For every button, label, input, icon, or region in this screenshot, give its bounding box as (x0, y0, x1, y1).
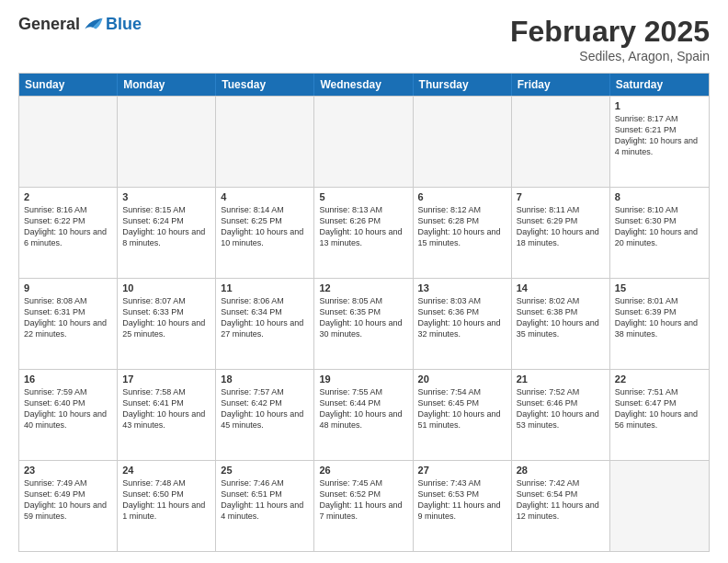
day-number: 18 (221, 373, 309, 385)
cell-info: Sunrise: 7:46 AM Sunset: 6:51 PM Dayligh… (221, 478, 303, 521)
cell-info: Sunrise: 8:05 AM Sunset: 6:35 PM Dayligh… (319, 296, 402, 339)
calendar-week-1: 1Sunrise: 8:17 AM Sunset: 6:21 PM Daylig… (19, 96, 709, 187)
day-number: 9 (24, 282, 112, 293)
cell-info: Sunrise: 8:17 AM Sunset: 6:21 PM Dayligh… (615, 114, 698, 156)
day-number: 24 (122, 465, 210, 476)
day-number: 8 (615, 191, 704, 202)
day-number: 14 (517, 282, 605, 293)
cell-info: Sunrise: 8:14 AM Sunset: 6:25 PM Dayligh… (221, 205, 303, 247)
calendar-cell: 9Sunrise: 8:08 AM Sunset: 6:31 PM Daylig… (19, 279, 118, 369)
calendar-cell (19, 97, 118, 187)
day-number: 3 (122, 191, 210, 202)
calendar-cell: 25Sunrise: 7:46 AM Sunset: 6:51 PM Dayli… (216, 461, 314, 551)
header-saturday: Saturday (610, 74, 709, 96)
calendar-week-3: 9Sunrise: 8:08 AM Sunset: 6:31 PM Daylig… (19, 278, 709, 369)
calendar-cell: 5Sunrise: 8:13 AM Sunset: 6:26 PM Daylig… (314, 188, 413, 278)
calendar-cell: 27Sunrise: 7:43 AM Sunset: 6:53 PM Dayli… (414, 461, 512, 551)
day-number: 22 (615, 373, 704, 385)
day-number: 27 (418, 465, 506, 476)
logo-bird-icon (84, 17, 104, 33)
cell-info: Sunrise: 8:16 AM Sunset: 6:22 PM Dayligh… (24, 205, 107, 247)
calendar-cell: 3Sunrise: 8:15 AM Sunset: 6:24 PM Daylig… (118, 188, 216, 278)
calendar-cell: 14Sunrise: 8:02 AM Sunset: 6:38 PM Dayli… (512, 279, 610, 369)
day-number: 6 (418, 191, 506, 202)
calendar-cell: 28Sunrise: 7:42 AM Sunset: 6:54 PM Dayli… (512, 461, 610, 551)
day-number: 21 (517, 373, 605, 385)
cell-info: Sunrise: 7:52 AM Sunset: 6:46 PM Dayligh… (517, 387, 599, 430)
calendar-cell: 20Sunrise: 7:54 AM Sunset: 6:45 PM Dayli… (414, 370, 512, 460)
day-number: 1 (615, 100, 704, 111)
day-number: 13 (418, 282, 506, 293)
day-number: 5 (319, 191, 407, 202)
cell-info: Sunrise: 7:45 AM Sunset: 6:52 PM Dayligh… (319, 478, 402, 521)
cell-info: Sunrise: 7:59 AM Sunset: 6:40 PM Dayligh… (24, 387, 107, 430)
calendar-cell (118, 97, 216, 187)
cell-info: Sunrise: 7:49 AM Sunset: 6:49 PM Dayligh… (24, 478, 107, 521)
header: General Blue February 2025 Sediles, Arag… (18, 15, 710, 63)
calendar-cell: 2Sunrise: 8:16 AM Sunset: 6:22 PM Daylig… (19, 188, 118, 278)
calendar-body: 1Sunrise: 8:17 AM Sunset: 6:21 PM Daylig… (19, 96, 709, 551)
cell-info: Sunrise: 8:02 AM Sunset: 6:38 PM Dayligh… (517, 296, 599, 339)
logo-text: General Blue (18, 15, 142, 34)
day-number: 7 (517, 191, 605, 202)
logo-blue-text: Blue (106, 15, 142, 34)
header-wednesday: Wednesday (314, 74, 413, 96)
calendar-cell: 7Sunrise: 8:11 AM Sunset: 6:29 PM Daylig… (512, 188, 610, 278)
cell-info: Sunrise: 7:42 AM Sunset: 6:54 PM Dayligh… (517, 478, 599, 521)
calendar-cell: 13Sunrise: 8:03 AM Sunset: 6:36 PM Dayli… (414, 279, 512, 369)
cell-info: Sunrise: 8:01 AM Sunset: 6:39 PM Dayligh… (615, 296, 698, 339)
header-monday: Monday (118, 74, 216, 96)
calendar-cell (314, 97, 413, 187)
calendar-cell: 4Sunrise: 8:14 AM Sunset: 6:25 PM Daylig… (216, 188, 314, 278)
calendar-cell: 10Sunrise: 8:07 AM Sunset: 6:33 PM Dayli… (118, 279, 216, 369)
cell-info: Sunrise: 7:51 AM Sunset: 6:47 PM Dayligh… (615, 387, 698, 430)
day-number: 26 (319, 465, 407, 476)
calendar-cell: 21Sunrise: 7:52 AM Sunset: 6:46 PM Dayli… (512, 370, 610, 460)
calendar-cell: 1Sunrise: 8:17 AM Sunset: 6:21 PM Daylig… (610, 97, 709, 187)
logo: General Blue (18, 15, 142, 34)
calendar-cell: 24Sunrise: 7:48 AM Sunset: 6:50 PM Dayli… (118, 461, 216, 551)
calendar: Sunday Monday Tuesday Wednesday Thursday… (18, 73, 710, 552)
calendar-header: Sunday Monday Tuesday Wednesday Thursday… (19, 74, 709, 96)
title-block: February 2025 Sediles, Aragon, Spain (510, 15, 710, 63)
calendar-cell (414, 97, 512, 187)
day-number: 17 (122, 373, 210, 385)
cell-info: Sunrise: 7:48 AM Sunset: 6:50 PM Dayligh… (122, 478, 205, 521)
cell-info: Sunrise: 7:54 AM Sunset: 6:45 PM Dayligh… (418, 387, 501, 430)
day-number: 25 (221, 465, 309, 476)
calendar-cell: 17Sunrise: 7:58 AM Sunset: 6:41 PM Dayli… (118, 370, 216, 460)
cell-info: Sunrise: 8:13 AM Sunset: 6:26 PM Dayligh… (319, 205, 402, 247)
calendar-week-2: 2Sunrise: 8:16 AM Sunset: 6:22 PM Daylig… (19, 187, 709, 278)
day-number: 16 (24, 373, 112, 385)
cell-info: Sunrise: 8:10 AM Sunset: 6:30 PM Dayligh… (615, 205, 698, 247)
calendar-cell: 15Sunrise: 8:01 AM Sunset: 6:39 PM Dayli… (610, 279, 709, 369)
calendar-cell: 19Sunrise: 7:55 AM Sunset: 6:44 PM Dayli… (314, 370, 413, 460)
logo-general-text: General (18, 15, 80, 34)
calendar-cell: 26Sunrise: 7:45 AM Sunset: 6:52 PM Dayli… (314, 461, 413, 551)
calendar-cell: 11Sunrise: 8:06 AM Sunset: 6:34 PM Dayli… (216, 279, 314, 369)
calendar-cell: 12Sunrise: 8:05 AM Sunset: 6:35 PM Dayli… (314, 279, 413, 369)
calendar-cell: 16Sunrise: 7:59 AM Sunset: 6:40 PM Dayli… (19, 370, 118, 460)
calendar-cell: 23Sunrise: 7:49 AM Sunset: 6:49 PM Dayli… (19, 461, 118, 551)
calendar-cell (216, 97, 314, 187)
calendar-cell: 22Sunrise: 7:51 AM Sunset: 6:47 PM Dayli… (610, 370, 709, 460)
day-number: 23 (24, 465, 112, 476)
cell-info: Sunrise: 8:06 AM Sunset: 6:34 PM Dayligh… (221, 296, 303, 339)
cell-info: Sunrise: 7:55 AM Sunset: 6:44 PM Dayligh… (319, 387, 402, 430)
cell-info: Sunrise: 7:43 AM Sunset: 6:53 PM Dayligh… (418, 478, 501, 521)
calendar-cell (610, 461, 709, 551)
day-number: 11 (221, 282, 309, 293)
header-sunday: Sunday (19, 74, 118, 96)
cell-info: Sunrise: 8:03 AM Sunset: 6:36 PM Dayligh… (418, 296, 501, 339)
day-number: 4 (221, 191, 309, 202)
page: General Blue February 2025 Sediles, Arag… (0, 0, 728, 563)
cell-info: Sunrise: 7:58 AM Sunset: 6:41 PM Dayligh… (122, 387, 205, 430)
header-tuesday: Tuesday (216, 74, 314, 96)
cell-info: Sunrise: 8:07 AM Sunset: 6:33 PM Dayligh… (122, 296, 205, 339)
calendar-cell (512, 97, 610, 187)
day-number: 20 (418, 373, 506, 385)
calendar-week-4: 16Sunrise: 7:59 AM Sunset: 6:40 PM Dayli… (19, 369, 709, 460)
cell-info: Sunrise: 8:11 AM Sunset: 6:29 PM Dayligh… (517, 205, 599, 247)
month-title: February 2025 (510, 15, 710, 49)
day-number: 12 (319, 282, 407, 293)
